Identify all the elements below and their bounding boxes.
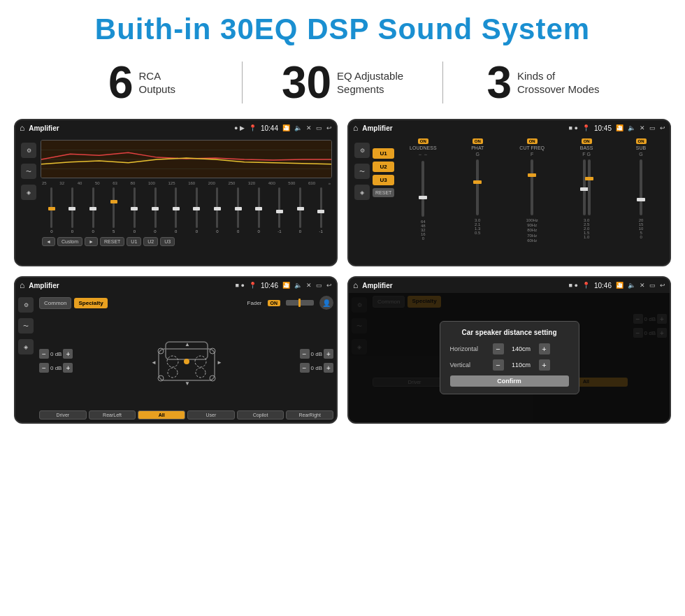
fader-all-btn[interactable]: All	[138, 410, 185, 420]
loudness-slider[interactable]	[421, 161, 424, 217]
fader-screen: ⌂ Amplifier ■ ● 📍 10:46 🎦 🔈 ✕ ▭ ↩ ⚙ 〜 ◈ …	[14, 276, 338, 424]
distance-time: 10:46	[594, 282, 612, 289]
crossover-filter-icon[interactable]: ⚙	[354, 143, 370, 158]
eq-u2-btn[interactable]: U2	[143, 237, 158, 246]
cutfreq-label: CUT FREQ	[519, 145, 545, 150]
dialog-vertical-label: Vertical	[450, 361, 489, 368]
bass-slider-f[interactable]	[583, 159, 586, 215]
fader-driver-btn[interactable]: Driver	[39, 410, 87, 420]
crossover-title: Amplifier	[362, 124, 564, 132]
fader-left-db: − 0 dB + − 0 dB +	[39, 349, 73, 373]
svg-point-14	[184, 359, 189, 364]
crossover-reset-btn[interactable]: RESET	[373, 188, 394, 197]
eq-play-btn[interactable]: ►	[85, 237, 98, 246]
eq-reset-btn[interactable]: RESET	[100, 237, 124, 246]
db-minus-1[interactable]: −	[39, 349, 49, 359]
stat-eq: 30 EQ AdjustableSegments	[243, 60, 442, 105]
fader-time: 10:46	[261, 282, 278, 289]
eq-filter-icon[interactable]: ⚙	[21, 143, 36, 158]
distance-x-icon: ✕	[640, 282, 645, 289]
stat-rca-label: RCAOutputs	[139, 69, 176, 96]
eq-x-icon: ✕	[306, 124, 312, 131]
slider-12[interactable]: -1	[270, 187, 289, 234]
bass-group: ON BASS F G 3.02.52.01.51.0	[561, 138, 612, 262]
eq-dot1-icon: ● ▶	[234, 124, 245, 131]
db-minus-2[interactable]: −	[39, 363, 49, 373]
loudness-group: ON LOUDNESS ～～ 644832160	[397, 138, 449, 262]
fader-content: ⚙ 〜 ◈ Common Specialty Fader ON 👤	[15, 293, 336, 422]
dialog-horizontal-minus[interactable]: −	[493, 343, 504, 354]
dialog-vertical-row: Vertical − 110cm +	[450, 359, 569, 371]
crossover-x-icon: ✕	[640, 124, 645, 131]
phat-on: ON	[473, 138, 483, 144]
fader-speaker-icon[interactable]: ◈	[18, 339, 34, 354]
db-minus-4[interactable]: −	[300, 363, 310, 373]
distance-home-icon: ⌂	[353, 280, 358, 290]
db-plus-2[interactable]: +	[63, 363, 73, 373]
dialog-horizontal-plus[interactable]: +	[539, 343, 550, 354]
stat-crossover-number: 3	[486, 60, 512, 105]
slider-8[interactable]: 0	[187, 187, 206, 234]
slider-7[interactable]: 0	[166, 187, 186, 234]
stat-crossover: 3 Kinds ofCrossover Modes	[443, 60, 643, 105]
distance-pin-icon: 📍	[582, 282, 590, 289]
slider-9[interactable]: 0	[208, 187, 227, 234]
stats-row: 6 RCAOutputs 30 EQ AdjustableSegments 3 …	[0, 53, 685, 116]
cutfreq-slider[interactable]	[531, 159, 533, 215]
dialog-vertical-minus[interactable]: −	[493, 359, 504, 371]
eq-back-icon: ↩	[326, 124, 332, 131]
distance-vol-icon: 🔈	[628, 282, 635, 289]
eq-graph	[41, 140, 332, 178]
crossover-u1-btn[interactable]: U1	[373, 148, 394, 159]
svg-point-7	[195, 356, 206, 367]
fader-wave-icon[interactable]: 〜	[18, 318, 34, 334]
slider-5[interactable]: 0	[125, 187, 145, 234]
eq-freq-labels: 2532405063 80100125160200 25032040050063…	[41, 180, 332, 186]
eq-u3-btn[interactable]: U3	[160, 237, 175, 246]
db-plus-3[interactable]: +	[324, 349, 333, 359]
crossover-u2-btn[interactable]: U2	[373, 162, 394, 172]
db-minus-3[interactable]: −	[300, 349, 310, 359]
fader-profile-icon[interactable]: 👤	[319, 296, 333, 310]
crossover-speaker-icon[interactable]: ◈	[354, 185, 370, 200]
fader-user-btn[interactable]: User	[187, 410, 235, 420]
stat-eq-number: 30	[282, 60, 331, 105]
crossover-wave-icon[interactable]: 〜	[354, 164, 370, 179]
fader-rearleft-btn[interactable]: RearLeft	[89, 410, 136, 420]
slider-4[interactable]: 5	[104, 187, 124, 234]
svg-point-12	[158, 375, 164, 381]
dialog-vertical-plus[interactable]: +	[539, 359, 550, 371]
slider-14[interactable]: -1	[311, 187, 331, 234]
crossover-cam-icon: 🎦	[616, 124, 623, 131]
sub-group: ON SUB G 20151050	[615, 138, 667, 262]
db-control-3: − 0 dB +	[300, 349, 333, 359]
db-plus-1[interactable]: +	[63, 349, 73, 359]
slider-13[interactable]: 0	[291, 187, 310, 234]
fader-filter-icon[interactable]: ⚙	[18, 297, 34, 313]
slider-6[interactable]: 0	[145, 187, 165, 234]
slider-1[interactable]: 0	[42, 187, 62, 234]
fader-copilot-btn[interactable]: Copilot	[237, 410, 284, 420]
slider-10[interactable]: 0	[229, 187, 248, 234]
fader-common-btn[interactable]: Common	[39, 297, 71, 309]
db-plus-4[interactable]: +	[324, 363, 333, 373]
slider-3[interactable]: 0	[83, 187, 103, 234]
phat-group: ON PHAT G 3.02.11.30.5	[452, 138, 503, 262]
phat-slider[interactable]	[476, 159, 479, 215]
dialog-vertical-value: 110cm	[508, 361, 535, 368]
slider-11[interactable]: 0	[249, 187, 268, 234]
dialog-confirm-button[interactable]: Confirm	[450, 375, 569, 387]
crossover-u3-btn[interactable]: U3	[373, 175, 394, 185]
bass-slider-g[interactable]	[588, 159, 591, 215]
fader-rearright-btn[interactable]: RearRight	[286, 410, 333, 420]
eq-prev-btn[interactable]: ◄	[42, 237, 55, 246]
eq-speaker-icon[interactable]: ◈	[21, 185, 36, 200]
fader-specialty-btn[interactable]: Specialty	[74, 298, 107, 308]
slider-2[interactable]: 0	[63, 187, 82, 234]
sub-slider[interactable]	[640, 159, 642, 215]
eq-custom-btn[interactable]: Custom	[57, 237, 82, 246]
fader-text: Fader	[247, 300, 262, 306]
eq-side-icons: ⚙ 〜 ◈	[18, 138, 39, 262]
eq-wave-icon[interactable]: 〜	[21, 164, 36, 179]
eq-u1-btn[interactable]: U1	[127, 237, 141, 246]
